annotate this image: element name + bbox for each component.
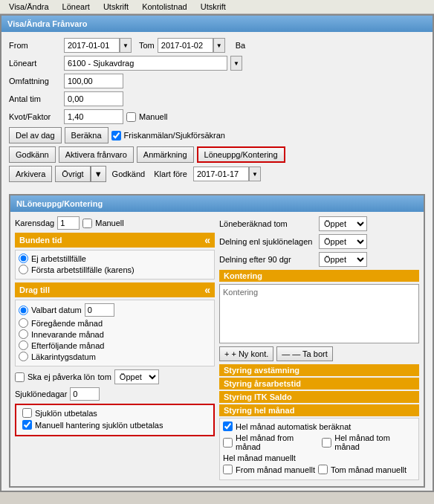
from-date-arrow[interactable]: ▼ xyxy=(120,38,132,53)
drag-lakarintyg-label: Läkarintygsdatum xyxy=(31,352,96,361)
drag-radio-innevarande[interactable] xyxy=(19,329,28,339)
bunden-tid-expand-icon[interactable]: « xyxy=(204,234,210,246)
loneberaknad-tom-label: Löneberäknad tom xyxy=(219,219,316,228)
ej-paverka-tom-label: tom xyxy=(98,372,111,381)
tom-manad-manuell-checkbox[interactable] xyxy=(318,465,328,474)
ba-label: Ba xyxy=(236,41,288,50)
godkand-label: Godkänd xyxy=(112,169,146,178)
drag-lakarintyg-row: Läkarintygsdatum xyxy=(19,352,211,361)
drag-radio-valbart[interactable] xyxy=(19,306,28,315)
kvot-faktor-row: Kvot/Faktor Manuell xyxy=(9,109,425,124)
hel-manad-from-checkbox[interactable] xyxy=(223,438,233,448)
del-av-dag-button[interactable]: Del av dag xyxy=(9,127,62,143)
ej-paverka-select[interactable]: Öppet xyxy=(114,369,159,384)
ta-bort-button[interactable]: — — Ta bort xyxy=(276,346,333,361)
from-tom-row: From ▼ Tom ▼ Ba xyxy=(9,38,425,53)
karensdag-input[interactable] xyxy=(57,216,80,230)
delning-efter-select[interactable]: Öppet xyxy=(319,252,367,267)
drag-radio-foregaende[interactable] xyxy=(19,318,28,328)
kontering-section-header: Kontering xyxy=(219,270,419,282)
ovrigt-button[interactable]: Övrigt xyxy=(55,166,90,182)
from-date-input[interactable] xyxy=(64,38,120,53)
menu-item-kontolistnad[interactable]: Kontolistnad xyxy=(136,1,193,13)
from-tom-manuell-row: From månad manuellt Tom månad manuellt xyxy=(223,465,415,474)
tom-date-arrow[interactable]: ▼ xyxy=(213,38,225,53)
manuell-checkbox[interactable] xyxy=(126,112,136,122)
hel-manad-tom-checkbox[interactable] xyxy=(322,438,331,448)
tom-date-input-group: ▼ xyxy=(158,38,225,53)
ovrigt-dropdown-button[interactable]: ▼ xyxy=(91,166,106,182)
kvot-faktor-label: Kvot/Faktor xyxy=(9,112,61,121)
hel-manad-automatisk-checkbox[interactable] xyxy=(223,421,233,431)
hel-manad-from-tom-row: Hel månad from månad Hel månad tom månad xyxy=(223,433,415,451)
ej-paverka-row: Ska ej påverka lön tom Öppet xyxy=(15,369,215,384)
top-menu-bar: Visa/Ändra Löneart Utskrift Kontolistnad… xyxy=(0,0,434,14)
inner-window-title: Löneuppg/Kontering xyxy=(22,199,103,208)
sjuklon-utbetalas-row: Sjuklön utbetalas xyxy=(22,408,207,418)
ej-paverka-checkbox[interactable] xyxy=(15,372,25,382)
menu-item-visa-andra[interactable]: Visa/Ändra xyxy=(3,1,55,13)
from-label: From xyxy=(9,41,61,50)
menu-item-utskrift[interactable]: Utskrift xyxy=(97,1,135,13)
sjuklon-utbetalas-checkbox[interactable] xyxy=(22,408,32,418)
anmarkning-button[interactable]: Anmärkning xyxy=(137,146,194,163)
kontering-label: Kontering xyxy=(223,288,415,297)
hel-manad-automatisk-row: Hel månad automatisk beräknat xyxy=(223,421,415,431)
drag-efterfoljande-label: Efterföljande månad xyxy=(31,341,104,350)
klart-fore-arrow[interactable]: ▼ xyxy=(249,167,261,181)
klart-fore-date-group: ▼ xyxy=(193,167,261,181)
ny-kont-label: + Ny kont. xyxy=(231,349,268,358)
drag-till-header: Drag till « xyxy=(15,282,215,297)
bunden-tid-content: Ej arbetstillfälle Första arbetstillfäll… xyxy=(15,250,215,280)
styring-arsarbetstid-label: Styring årsarbetstid xyxy=(224,379,301,388)
klart-fore-date-input[interactable] xyxy=(193,167,249,181)
loneart-label: Löneart xyxy=(9,59,61,68)
drag-radio-lakarintyg[interactable] xyxy=(19,352,28,361)
loneart-dropdown-arrow[interactable]: ▼ xyxy=(230,56,242,71)
hel-manad-tom-label: Hel månad tom månad xyxy=(334,433,415,451)
arkivera-button[interactable]: Arkivera xyxy=(9,166,52,182)
bunden-tid-label: Bunden tid xyxy=(19,236,62,245)
drag-valbart-input[interactable] xyxy=(85,303,114,317)
from-manad-manuell-checkbox[interactable] xyxy=(223,465,233,474)
menu-item-utskrift2[interactable]: Utskrift xyxy=(195,1,232,13)
sjuklonedagar-input[interactable] xyxy=(70,387,100,401)
godkann-button[interactable]: Godkänn xyxy=(9,146,56,163)
hel-manad-manuellt-label: Hel månad manuellt xyxy=(223,453,296,462)
ny-kont-button[interactable]: + + Ny kont. xyxy=(219,346,273,361)
bunden-tid-header: Bunden tid « xyxy=(15,233,215,248)
menu-item-loneart[interactable]: Löneart xyxy=(56,1,96,13)
kvot-faktor-input[interactable] xyxy=(64,109,123,124)
kontering-actions: + + Ny kont. — — Ta bort xyxy=(219,346,419,361)
bunden-tid-option-2: Första arbetstillfälle (karens) xyxy=(19,265,211,274)
berakna-button[interactable]: Beräkna xyxy=(65,127,108,143)
drag-till-label: Drag till xyxy=(19,285,50,294)
omfattning-label: Omfattning xyxy=(9,77,61,85)
drag-innevarande-label: Innevarande månad xyxy=(31,330,104,339)
antal-tim-input[interactable] xyxy=(64,91,123,106)
styring-itk-saldo-header: Styring ITK Saldo xyxy=(219,391,419,403)
bunden-tid-radio-1[interactable] xyxy=(19,253,28,263)
kontering-header-label: Kontering xyxy=(224,271,262,280)
manuell-hantering-checkbox[interactable] xyxy=(22,420,32,430)
tom-date-input[interactable] xyxy=(158,38,213,53)
bunden-tid-label-2: Första arbetstillfälle (karens) xyxy=(31,265,135,274)
inner-window-title-bar: N Löneuppg/Kontering xyxy=(10,196,424,212)
bunden-tid-radio-2[interactable] xyxy=(19,265,28,274)
styring-arsarbetstid-header: Styring årsarbetstid xyxy=(219,378,419,390)
from-date-input-group: ▼ xyxy=(64,38,132,53)
loneart-input[interactable] xyxy=(64,56,227,71)
friskanmalan-checkbox[interactable] xyxy=(111,131,121,140)
styring-hel-manad-header: Styring hel månad xyxy=(219,404,419,416)
delning-enl-select[interactable]: Öppet xyxy=(319,234,367,249)
drag-radio-efterfoljande[interactable] xyxy=(19,340,28,350)
loneuppg-kontering-button[interactable]: Löneuppg/Kontering xyxy=(197,146,285,163)
omfattning-input[interactable] xyxy=(64,74,123,88)
aktivera-franvaro-button[interactable]: Aktivera frånvaro xyxy=(59,146,134,163)
styring-hel-manad-label: Styring hel månad xyxy=(224,406,294,415)
karens-manuell-checkbox[interactable] xyxy=(82,219,92,228)
drag-till-expand-icon[interactable]: « xyxy=(204,284,210,296)
klart-fore-label: Klart före xyxy=(154,169,187,178)
delning-enl-label: Delning enl sjuklönelagen xyxy=(219,237,316,246)
loneberaknad-tom-select[interactable]: Öppet xyxy=(319,216,367,231)
